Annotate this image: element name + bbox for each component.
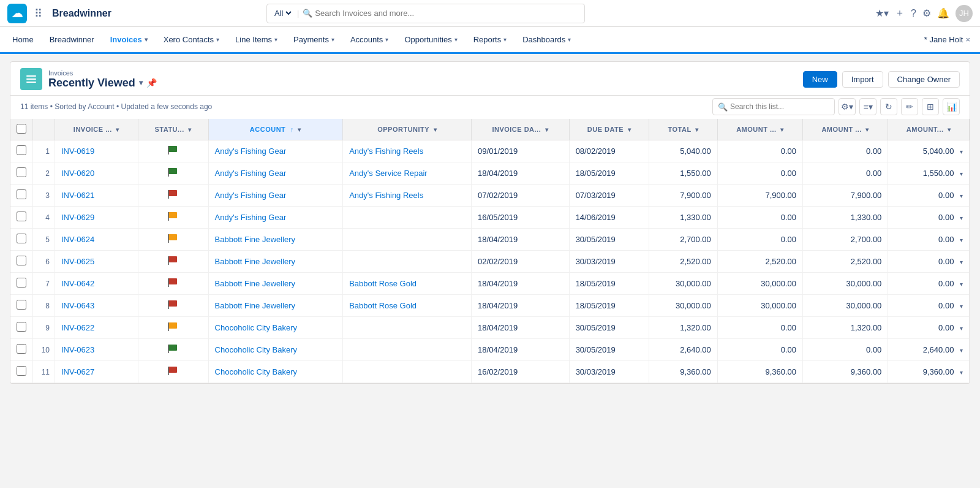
user-tab[interactable]: * Jane Holt ×	[919, 35, 975, 44]
nav-item-breadwinner[interactable]: Breadwinner	[42, 27, 102, 54]
search-scope-select[interactable]: All	[272, 8, 293, 18]
change-owner-button[interactable]: Change Owner	[888, 71, 960, 88]
global-search-box[interactable]: All | 🔍	[266, 4, 585, 23]
invoice-link[interactable]: INV-0624	[61, 235, 94, 244]
row-checkbox-cell[interactable]	[10, 162, 33, 185]
account-cell[interactable]: Chocoholic City Bakery	[208, 317, 343, 339]
invoice-cell[interactable]: INV-0627	[55, 361, 138, 383]
invoice-cell[interactable]: INV-0643	[55, 295, 138, 317]
user-tab-close[interactable]: ×	[965, 35, 970, 44]
settings-ctrl-button[interactable]: ⚙▾	[839, 98, 856, 115]
row-checkbox[interactable]	[17, 189, 26, 199]
account-link[interactable]: Andy's Fishing Gear	[215, 147, 287, 156]
nav-item-accounts[interactable]: Accounts ▾	[343, 27, 396, 54]
invoice-cell[interactable]: INV-0624	[55, 229, 138, 251]
row-checkbox-cell[interactable]	[10, 273, 33, 295]
opportunity-link[interactable]: Babbott Rose Gold	[349, 301, 417, 310]
setup-icon[interactable]: ⚙	[922, 7, 931, 19]
nav-item-home[interactable]: Home	[5, 27, 41, 54]
account-link[interactable]: Babbott Fine Jewellery	[215, 257, 296, 266]
row-checkbox[interactable]	[17, 278, 26, 288]
account-cell[interactable]: Andy's Fishing Gear	[208, 185, 343, 207]
row-checkbox-cell[interactable]	[10, 295, 33, 317]
row-checkbox-cell[interactable]	[10, 140, 33, 162]
chart-button[interactable]: 📊	[943, 98, 960, 115]
row-dropdown-arrow[interactable]: ▾	[960, 215, 963, 221]
invoice-cell[interactable]: INV-0620	[55, 162, 138, 185]
account-cell[interactable]: Babbott Fine Jewellery	[208, 229, 343, 251]
nav-item-dashboards[interactable]: Dashboards ▾	[515, 27, 578, 54]
row-dropdown-arrow[interactable]: ▾	[960, 170, 963, 177]
row-dropdown-arrow[interactable]: ▾	[960, 325, 963, 332]
row-dropdown-arrow[interactable]: ▾	[960, 237, 963, 243]
account-link[interactable]: Andy's Fishing Gear	[215, 213, 287, 222]
account-link[interactable]: Andy's Fishing Gear	[215, 169, 287, 178]
row-checkbox[interactable]	[17, 234, 26, 243]
favorites-icon[interactable]: ★▾	[875, 7, 889, 19]
row-checkbox-cell[interactable]	[10, 207, 33, 229]
row-checkbox-cell[interactable]	[10, 317, 33, 339]
invoice-cell[interactable]: INV-0619	[55, 140, 138, 162]
row-checkbox[interactable]	[17, 167, 26, 177]
account-cell[interactable]: Babbott Fine Jewellery	[208, 251, 343, 273]
row-checkbox[interactable]	[17, 256, 26, 265]
opportunity-link[interactable]: Andy's Fishing Reels	[349, 147, 423, 156]
global-search-input[interactable]	[315, 9, 579, 18]
invoice-link[interactable]: INV-0621	[61, 191, 94, 200]
row-dropdown-arrow[interactable]: ▾	[960, 347, 963, 354]
nav-item-opportunities[interactable]: Opportunities ▾	[397, 27, 464, 54]
import-button[interactable]: Import	[842, 71, 883, 88]
row-dropdown-arrow[interactable]: ▾	[960, 148, 963, 155]
opportunity-cell[interactable]: Andy's Service Repair	[343, 162, 472, 185]
account-link[interactable]: Babbott Fine Jewellery	[215, 279, 296, 288]
row-dropdown-arrow[interactable]: ▾	[960, 259, 963, 265]
col-header-total[interactable]: TOTAL ▾	[649, 119, 717, 140]
refresh-button[interactable]: ↻	[880, 98, 897, 115]
opportunity-cell[interactable]: Babbott Rose Gold	[343, 295, 472, 317]
add-icon[interactable]: ＋	[895, 7, 905, 20]
list-search-box[interactable]: 🔍	[712, 98, 835, 115]
invoice-link[interactable]: INV-0629	[61, 213, 94, 222]
row-checkbox[interactable]	[17, 322, 26, 332]
row-checkbox[interactable]	[17, 344, 26, 354]
col-header-due-date[interactable]: DUE DATE ▾	[569, 119, 649, 140]
col-header-invoice-date[interactable]: INVOICE DA... ▾	[472, 119, 570, 140]
col-header-amount1[interactable]: AMOUNT ... ▾	[717, 119, 802, 140]
account-cell[interactable]: Babbott Fine Jewellery	[208, 295, 343, 317]
row-checkbox-cell[interactable]	[10, 251, 33, 273]
nav-item-invoices[interactable]: Invoices ▾	[103, 27, 155, 54]
nav-item-payments[interactable]: Payments ▾	[286, 27, 342, 54]
row-checkbox[interactable]	[17, 212, 26, 221]
opportunity-cell[interactable]	[343, 229, 472, 251]
invoice-link[interactable]: INV-0627	[61, 367, 94, 376]
account-link[interactable]: Chocoholic City Bakery	[215, 345, 297, 354]
account-link[interactable]: Chocoholic City Bakery	[215, 367, 297, 376]
col-header-amount2[interactable]: AMOUNT ... ▾	[803, 119, 888, 140]
row-checkbox[interactable]	[17, 300, 26, 310]
invoice-link[interactable]: INV-0620	[61, 169, 94, 178]
account-cell[interactable]: Andy's Fishing Gear	[208, 207, 343, 229]
opportunity-cell[interactable]: Andy's Fishing Reels	[343, 140, 472, 162]
col-header-opportunity[interactable]: OPPORTUNITY ▾	[343, 119, 472, 140]
nav-item-line-items[interactable]: Line Items ▾	[228, 27, 285, 54]
account-cell[interactable]: Andy's Fishing Gear	[208, 140, 343, 162]
row-checkbox-cell[interactable]	[10, 361, 33, 383]
list-title-caret[interactable]: ▾	[139, 78, 143, 87]
account-link[interactable]: Andy's Fishing Gear	[215, 191, 287, 200]
account-cell[interactable]: Chocoholic City Bakery	[208, 339, 343, 361]
invoice-cell[interactable]: INV-0621	[55, 185, 138, 207]
account-cell[interactable]: Chocoholic City Bakery	[208, 361, 343, 383]
invoice-link[interactable]: INV-0622	[61, 323, 94, 332]
nav-item-reports[interactable]: Reports ▾	[466, 27, 514, 54]
col-header-status[interactable]: STATU... ▾	[138, 119, 208, 140]
select-all-checkbox[interactable]	[17, 124, 26, 134]
new-button[interactable]: New	[803, 71, 837, 88]
opportunity-link[interactable]: Andy's Fishing Reels	[349, 191, 423, 200]
account-link[interactable]: Chocoholic City Bakery	[215, 323, 297, 332]
opportunity-cell[interactable]: Babbott Rose Gold	[343, 273, 472, 295]
opportunity-cell[interactable]: Andy's Fishing Reels	[343, 185, 472, 207]
invoice-cell[interactable]: INV-0622	[55, 317, 138, 339]
help-icon[interactable]: ?	[911, 8, 916, 19]
account-link[interactable]: Babbott Fine Jewellery	[215, 301, 296, 310]
invoice-cell[interactable]: INV-0625	[55, 251, 138, 273]
